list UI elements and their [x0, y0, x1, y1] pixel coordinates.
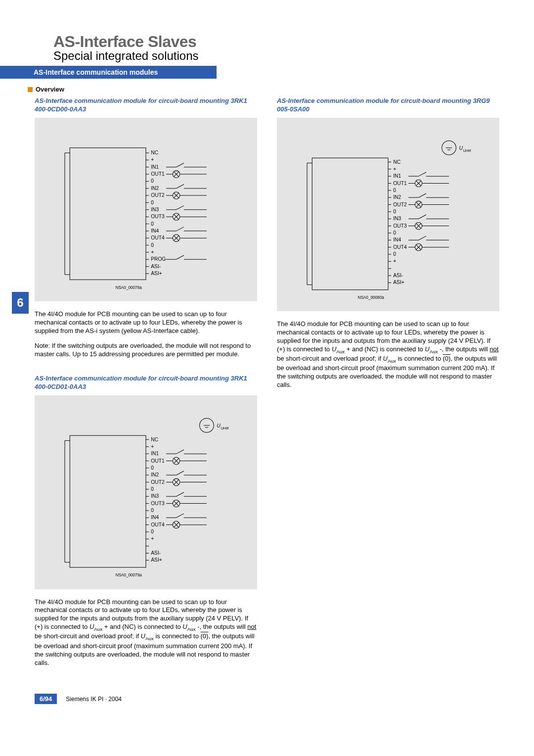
section-title: AS-Interface communication module for ci… [277, 97, 499, 114]
diagram-ref: NSA0_00079a [116, 573, 142, 577]
body-paragraph: The 4I/4O module for PCB mounting can be… [35, 598, 257, 667]
svg-text:OUT4: OUT4 [393, 244, 407, 250]
svg-text:OUT3: OUT3 [393, 223, 407, 228]
diagram-ref: NSA0_00080a [358, 295, 385, 300]
svg-text:U: U [217, 423, 221, 428]
svg-text:IN3: IN3 [151, 493, 159, 499]
svg-text:+: + [151, 249, 154, 255]
section-banner: AS-Interface communication modules [0, 66, 217, 79]
diagram-box: U UHilf NC+IN1OUT10IN2OUT20IN3OUT30IN4OU… [35, 395, 257, 589]
svg-text:+: + [151, 157, 154, 162]
svg-text:OUT4: OUT4 [151, 522, 165, 527]
svg-text:UHilf: UHilf [221, 426, 229, 430]
svg-line-119 [177, 492, 184, 496]
overview-heading: Overview [0, 86, 534, 93]
svg-text:OUT1: OUT1 [151, 458, 165, 464]
circuit-diagram-icon: U UHilf NC+IN1OUT10IN2OUT20IN3OUT30IN4OU… [287, 133, 490, 305]
svg-text:+: + [151, 444, 154, 449]
svg-text:IN4: IN4 [151, 515, 159, 520]
svg-text:ASI-: ASI- [151, 263, 161, 269]
svg-text:+: + [393, 258, 396, 264]
svg-rect-0 [70, 148, 146, 280]
svg-text:IN3: IN3 [151, 207, 159, 212]
svg-line-53 [177, 227, 184, 231]
page-header: AS-Interface Slaves Special integrated s… [0, 33, 534, 63]
svg-text:ASI+: ASI+ [151, 271, 162, 276]
svg-text:0: 0 [151, 465, 154, 471]
overview-label: Overview [36, 86, 64, 93]
section-title: AS-Interface communication module for ci… [35, 97, 257, 114]
svg-text:ASI+: ASI+ [151, 557, 162, 563]
page-footer: 6/94 Siemens IK PI · 2004 [0, 694, 534, 704]
svg-rect-75 [70, 435, 146, 567]
svg-text:OUT2: OUT2 [151, 192, 165, 198]
svg-text:OUT4: OUT4 [151, 235, 165, 240]
body-paragraph: The 4I/4O module for PCB mounting can be… [35, 310, 257, 335]
svg-text:0: 0 [393, 251, 396, 257]
svg-line-91 [177, 450, 184, 454]
svg-text:0: 0 [393, 230, 396, 236]
svg-text:IN2: IN2 [151, 472, 159, 477]
svg-text:IN1: IN1 [151, 164, 159, 170]
diagram-ref: NSA0_00078a [116, 285, 142, 289]
svg-line-195 [419, 215, 426, 219]
svg-line-209 [419, 236, 426, 240]
svg-text:0: 0 [151, 221, 154, 226]
svg-text:0: 0 [151, 242, 154, 247]
svg-text:IN4: IN4 [393, 237, 401, 242]
svg-line-25 [177, 184, 184, 188]
section-title: AS-Interface communication module for ci… [35, 375, 257, 391]
bullet-icon [28, 87, 33, 92]
body-paragraph: The 4I/4O module for PCB mounting can be… [277, 320, 499, 389]
svg-text:+: + [151, 536, 154, 541]
svg-text:IN1: IN1 [151, 451, 159, 456]
svg-line-181 [419, 193, 426, 197]
svg-text:IN3: IN3 [393, 216, 401, 221]
svg-text:U: U [459, 145, 463, 151]
svg-text:0: 0 [151, 199, 154, 205]
svg-text:PROG: PROG [151, 256, 166, 262]
circuit-diagram-icon: U UHilf NC+IN1OUT10IN2OUT20IN3OUT30IN4OU… [44, 410, 247, 583]
svg-text:0: 0 [393, 209, 396, 214]
footer-reference: Siemens IK PI · 2004 [66, 696, 122, 703]
right-column: AS-Interface communication module for ci… [277, 97, 499, 674]
body-paragraph: Note: If the switching outputs are overl… [35, 342, 257, 359]
svg-text:0: 0 [151, 178, 154, 184]
svg-line-105 [177, 471, 184, 475]
section-banner-text: AS-Interface communication modules [34, 68, 158, 76]
svg-text:NC: NC [151, 150, 158, 155]
svg-rect-151 [312, 158, 388, 290]
svg-text:0: 0 [151, 529, 154, 534]
svg-line-167 [419, 172, 426, 176]
svg-text:0: 0 [393, 188, 396, 193]
svg-text:OUT2: OUT2 [393, 201, 407, 207]
left-column: AS-Interface communication module for ci… [35, 97, 257, 674]
svg-text:IN2: IN2 [393, 194, 401, 200]
page-title: AS-Interface Slaves [53, 33, 534, 51]
diagram-box: U UHilf NC+IN1OUT10IN2OUT20IN3OUT30IN4OU… [277, 118, 499, 312]
svg-text:OUT1: OUT1 [151, 171, 165, 177]
svg-text:ASI-: ASI- [151, 550, 161, 556]
svg-text:OUT1: OUT1 [393, 180, 407, 186]
svg-text:NC: NC [393, 159, 400, 164]
svg-line-11 [177, 163, 184, 167]
svg-text:0: 0 [151, 508, 154, 513]
svg-text:IN1: IN1 [393, 173, 401, 179]
svg-text:ASI-: ASI- [393, 273, 403, 278]
svg-line-69 [177, 255, 184, 259]
svg-line-39 [177, 205, 184, 209]
svg-text:OUT3: OUT3 [151, 501, 165, 506]
svg-text:ASI+: ASI+ [393, 280, 404, 285]
svg-text:UHilf: UHilf [463, 149, 471, 153]
page-subtitle: Special integrated solutions [53, 49, 534, 63]
svg-text:+: + [393, 166, 396, 172]
svg-text:IN4: IN4 [151, 228, 159, 234]
page-number: 6/94 [35, 694, 57, 704]
diagram-box: NC+IN1OUT10IN2OUT20IN3OUT30IN4OUT40+PROG… [35, 118, 257, 301]
svg-line-133 [177, 514, 184, 518]
svg-text:0: 0 [151, 486, 154, 492]
circuit-diagram-icon: NC+IN1OUT10IN2OUT20IN3OUT30IN4OUT40+PROG… [44, 133, 247, 295]
side-chapter-tab: 6 [12, 292, 29, 314]
svg-text:OUT2: OUT2 [151, 479, 165, 485]
svg-text:NC: NC [151, 437, 158, 442]
